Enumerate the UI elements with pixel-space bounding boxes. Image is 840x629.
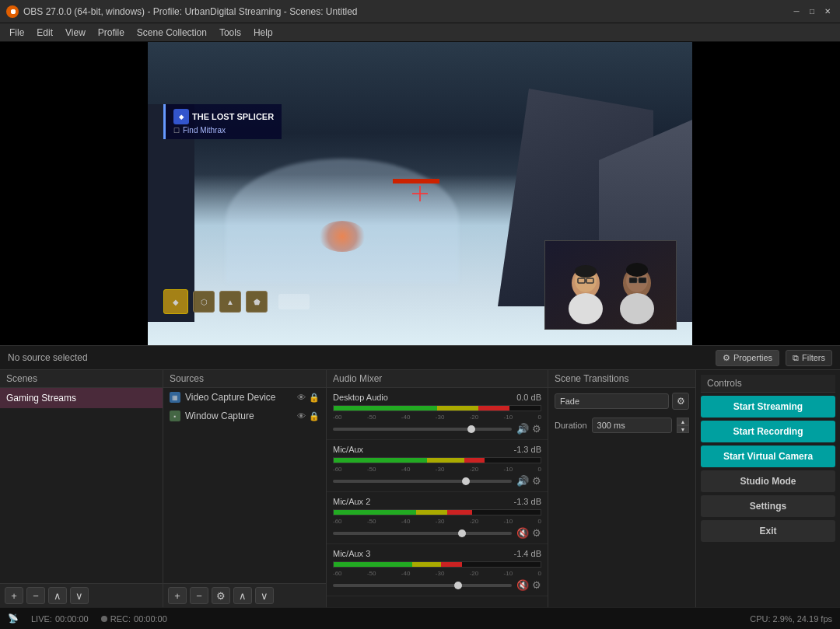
settings-button[interactable]: Settings	[701, 495, 835, 517]
audio-track-header-micaux2: Mic/Aux 2 -1.3 dB	[333, 497, 541, 506]
duration-spin-down[interactable]: ▼	[677, 425, 689, 433]
remove-source-button[interactable]: −	[190, 587, 208, 604]
rec-time: 00:00:00	[134, 614, 167, 624]
audio-settings-desktop[interactable]: ⚙	[532, 423, 541, 435]
audio-meter-micaux3	[333, 561, 541, 568]
rec-dot	[101, 616, 107, 622]
meter-red-micaux2	[447, 510, 472, 515]
transitions-panel-header: Scene Transitions	[548, 370, 695, 388]
menu-file[interactable]: File	[3, 26, 30, 40]
scenes-list: Gaming Streams	[0, 388, 163, 583]
close-button[interactable]: ✕	[821, 5, 834, 18]
start-virtual-camera-button[interactable]: Start Virtual Camera	[701, 446, 835, 467]
audio-mute-micaux3[interactable]: 🔇	[516, 579, 529, 591]
no-source-text: No source selected	[8, 352, 88, 363]
audio-fader-desktop[interactable]	[333, 428, 512, 431]
source-item-video-capture[interactable]: ▦ Video Capture Device 👁 🔒	[163, 388, 326, 407]
source-lock-1[interactable]: 🔒	[309, 393, 320, 403]
scene-up-button[interactable]: ∧	[48, 587, 67, 604]
audio-settings-micaux[interactable]: ⚙	[532, 475, 541, 487]
audio-settings-micaux2[interactable]: ⚙	[532, 527, 541, 539]
rec-status: REC: 00:00:00	[101, 614, 167, 624]
source-visible-2[interactable]: 👁	[297, 411, 306, 421]
preview-area: ◆ THE LOST SPLICER ☐ Find Mithrax ◆ ⬡ ▲ …	[0, 42, 840, 345]
duration-input[interactable]	[592, 418, 672, 433]
audio-fader-thumb-desktop	[467, 425, 475, 433]
meter-red-micaux	[464, 458, 485, 463]
menu-tools[interactable]: Tools	[213, 26, 247, 40]
quest-icon: ◆	[173, 109, 189, 124]
audio-tracks-list: Desktop Audio 0.0 dB -60-50-40-30-20-100	[327, 388, 548, 607]
maximize-button[interactable]: □	[806, 5, 818, 18]
source-up-button[interactable]: ∧	[233, 587, 252, 604]
audio-track-db-desktop: 0.0 dB	[516, 393, 541, 402]
audio-fader-row-micaux3: 🔇 ⚙	[333, 579, 541, 591]
audio-fader-micaux[interactable]	[333, 480, 512, 483]
properties-icon: ⚙	[723, 353, 730, 363]
source-item-window-capture[interactable]: ▪ Window Capture 👁 🔒	[163, 407, 326, 425]
audio-track-desktop: Desktop Audio 0.0 dB -60-50-40-30-20-100	[327, 388, 548, 440]
source-lock-2[interactable]: 🔒	[309, 411, 320, 421]
audio-fader-row-desktop: 🔊 ⚙	[333, 423, 541, 435]
audio-track-name-desktop: Desktop Audio	[333, 393, 388, 402]
transition-select-row: Fade Cut Swipe Slide Stinger Luma Wipe ⚙	[548, 388, 695, 414]
scenes-panel-header: Scenes	[0, 370, 163, 388]
properties-button[interactable]: ⚙ Properties	[716, 350, 779, 366]
menu-scene-collection[interactable]: Scene Collection	[131, 26, 213, 40]
audio-track-name-micaux3: Mic/Aux 3	[333, 549, 370, 558]
audio-fader-micaux3[interactable]	[333, 584, 512, 587]
menu-profile[interactable]: Profile	[92, 26, 131, 40]
add-scene-button[interactable]: +	[5, 587, 23, 604]
transition-settings-button[interactable]: ⚙	[672, 393, 689, 410]
meter-labels-micaux: -60-50-40-30-20-100	[333, 466, 541, 473]
svg-point-7	[569, 293, 603, 324]
studio-mode-button[interactable]: Studio Mode	[701, 470, 835, 492]
super-ability-icon: ◆	[163, 289, 188, 314]
duration-spinner: ▲ ▼	[677, 418, 689, 433]
duration-spin-up[interactable]: ▲	[677, 418, 689, 425]
audio-fader-micaux2[interactable]	[333, 532, 512, 535]
source-name-video-capture: Video Capture Device	[185, 392, 276, 403]
webcam-overlay	[544, 240, 677, 330]
audio-mute-micaux2[interactable]: 🔇	[516, 527, 529, 539]
minimize-button[interactable]: ─	[790, 5, 803, 18]
start-streaming-button[interactable]: Start Streaming	[701, 396, 835, 418]
cpu-status: CPU: 2.9%, 24.19 fps	[750, 614, 832, 624]
filters-button[interactable]: ⧉ Filters	[786, 350, 832, 366]
stream-icon: 📡	[8, 613, 19, 624]
remove-scene-button[interactable]: −	[26, 587, 45, 604]
menu-view[interactable]: View	[59, 26, 92, 40]
title-bar-text: OBS 27.0.0 (64-bit, windows) - Profile: …	[23, 6, 790, 17]
quest-display: ◆ THE LOST SPLICER ☐ Find Mithrax	[163, 104, 282, 139]
transition-type-select[interactable]: Fade Cut Swipe Slide Stinger Luma Wipe	[555, 393, 669, 409]
meter-green-micaux	[334, 458, 427, 463]
start-recording-button[interactable]: Start Recording	[701, 421, 835, 442]
ability-icon-1: ⬡	[193, 291, 215, 313]
audio-mixer-header: Audio Mixer	[327, 370, 548, 388]
audio-volume-micaux[interactable]: 🔊	[516, 475, 529, 487]
audio-track-name-micaux2: Mic/Aux 2	[333, 497, 370, 506]
scenes-panel: Scenes Gaming Streams + − ∧ ∨	[0, 370, 163, 607]
audio-volume-desktop[interactable]: 🔊	[516, 423, 529, 435]
filters-label: Filters	[802, 353, 825, 362]
source-monitor-icon: ▦	[170, 392, 180, 403]
add-source-button[interactable]: +	[168, 587, 187, 604]
svg-rect-0	[545, 240, 676, 330]
audio-track-header-micaux: Mic/Aux -1.3 dB	[333, 445, 541, 454]
live-label: LIVE:	[31, 614, 52, 624]
audio-fader-row-micaux: 🔊 ⚙	[333, 475, 541, 487]
audio-fader-thumb-micaux	[462, 477, 470, 485]
menu-edit[interactable]: Edit	[30, 26, 59, 40]
source-down-button[interactable]: ∨	[255, 587, 274, 604]
duration-row: Duration ▲ ▼	[548, 414, 695, 436]
audio-settings-micaux3[interactable]: ⚙	[532, 579, 541, 591]
audio-track-micaux: Mic/Aux -1.3 dB -60-50-40-30-20-100	[327, 440, 548, 492]
source-settings-button[interactable]: ⚙	[212, 587, 230, 604]
exit-button[interactable]: Exit	[701, 520, 835, 542]
scene-item-gaming-streams[interactable]: Gaming Streams	[0, 388, 163, 408]
scene-down-button[interactable]: ∨	[70, 587, 89, 604]
menu-help[interactable]: Help	[247, 26, 279, 40]
live-status: LIVE: 00:00:00	[31, 614, 89, 624]
source-visible-1[interactable]: 👁	[297, 393, 306, 403]
no-source-bar: No source selected ⚙ Properties ⧉ Filter…	[0, 345, 840, 370]
